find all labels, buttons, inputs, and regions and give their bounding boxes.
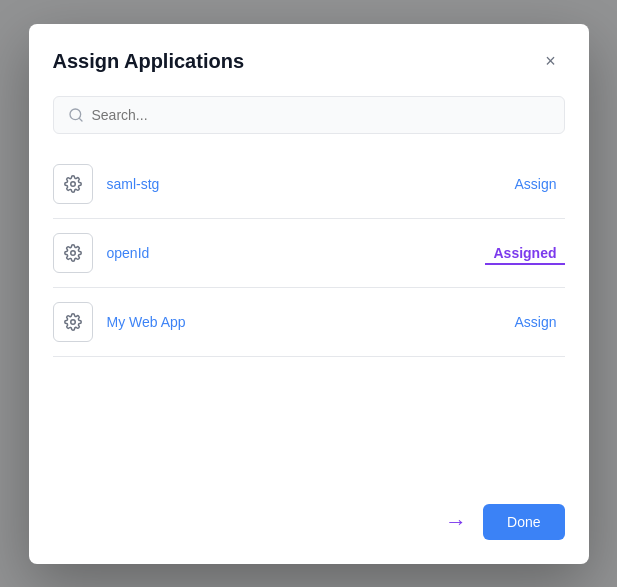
modal-overlay: Assign Applications × saml-stg xyxy=(0,0,617,587)
svg-point-4 xyxy=(70,319,75,324)
close-button[interactable]: × xyxy=(537,48,565,76)
app-settings-icon-openid[interactable] xyxy=(53,233,93,273)
app-name-saml-stg[interactable]: saml-stg xyxy=(107,176,493,192)
modal-title: Assign Applications xyxy=(53,50,245,73)
app-row: openId Assigned xyxy=(53,219,565,288)
gear-icon xyxy=(64,313,82,331)
app-row: My Web App Assign xyxy=(53,288,565,357)
assigned-badge-openid: Assigned xyxy=(485,241,564,265)
assign-applications-modal: Assign Applications × saml-stg xyxy=(29,24,589,564)
svg-point-3 xyxy=(70,250,75,255)
modal-footer: → Done xyxy=(53,496,565,540)
app-name-my-web-app[interactable]: My Web App xyxy=(107,314,493,330)
search-input[interactable] xyxy=(92,107,550,123)
search-icon xyxy=(68,107,84,123)
app-name-openid[interactable]: openId xyxy=(107,245,472,261)
app-settings-icon-my-web-app[interactable] xyxy=(53,302,93,342)
arrow-icon: → xyxy=(445,509,467,535)
app-row: saml-stg Assign xyxy=(53,150,565,219)
svg-line-1 xyxy=(79,118,82,121)
assign-button-saml-stg[interactable]: Assign xyxy=(506,172,564,196)
modal-header: Assign Applications × xyxy=(53,48,565,76)
gear-icon xyxy=(64,244,82,262)
app-settings-icon-saml-stg[interactable] xyxy=(53,164,93,204)
done-button[interactable]: Done xyxy=(483,504,564,540)
search-container xyxy=(53,96,565,134)
svg-point-2 xyxy=(70,181,75,186)
app-list: saml-stg Assign openId Assigned xyxy=(53,150,565,472)
assign-button-my-web-app[interactable]: Assign xyxy=(506,310,564,334)
gear-icon xyxy=(64,175,82,193)
